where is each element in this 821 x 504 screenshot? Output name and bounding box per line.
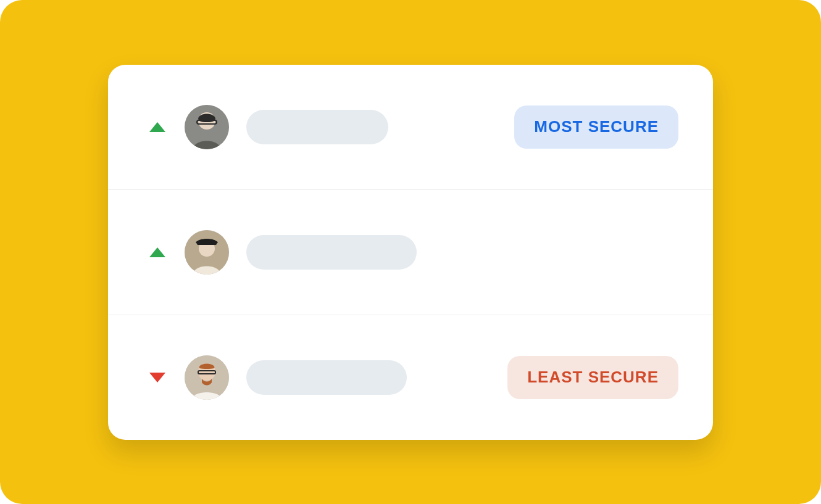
svg-marker-5 [149,247,165,257]
avatar [185,230,229,275]
avatar [185,355,229,400]
most-secure-badge: MOST SECURE [514,105,678,149]
trend-up-icon [148,122,167,132]
least-secure-badge: LEAST SECURE [507,356,678,399]
svg-marker-9 [149,373,165,382]
name-placeholder [246,235,417,270]
security-ranking-panel: MOST SECURE [108,65,713,440]
avatar [185,105,229,149]
outer-card: MOST SECURE [0,0,821,504]
name-placeholder [246,360,407,395]
trend-up-icon [148,247,167,257]
svg-rect-8 [197,241,217,245]
ranking-row: LEAST SECURE [108,315,713,440]
ranking-row [108,190,713,315]
name-placeholder [246,110,388,144]
ranking-row: MOST SECURE [108,65,713,190]
svg-marker-0 [149,122,165,132]
trend-down-icon [148,373,167,382]
